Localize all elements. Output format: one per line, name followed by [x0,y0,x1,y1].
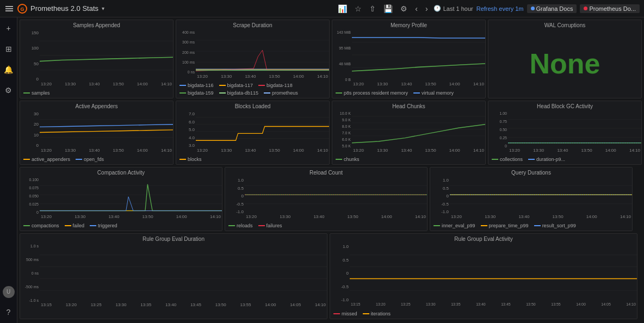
panel-title-reload: Reload Count [225,167,427,177]
share-icon-btn[interactable]: ⇧ [367,3,378,14]
prometheus-docs-label: Prometheus Do... [589,5,636,12]
panel-chart-compaction: 0.1000.0750.0500.0250 13:2013:3013:4013:… [20,177,222,222]
hamburger-icon[interactable] [4,5,14,13]
panel-title-samples: Samples Appended [20,20,173,29]
sidebar-item-bell[interactable]: 🔔 [2,63,15,76]
y-labels-blocks: 7.06.05.04.03.0 [176,110,196,156]
topnav: G Prometheus 2.0 Stats ▾ 📊 ☆ ⇧ 💾 ⚙ ‹ › 🕐… [0,0,644,17]
settings-icon-btn[interactable]: ⚙ [398,3,410,14]
panel-chart-rule-activity: 1.00.50-0.5-1.0 13:1513:2013:2513:3013:3… [330,243,637,310]
main-content: Samples Appended 150100500 13:2013:3013:… [17,17,644,323]
panel-title-gc: Head Block GC Activity [488,101,641,110]
legend-query: inner_eval_p99 prepare_time_p99 result_s… [430,222,632,231]
row-1: Samples Appended 150100500 13:2013:3013:… [20,20,642,98]
time-info: 🕐 Last 1 hour [434,5,473,12]
legend-item-samples: samples [23,90,50,96]
save-icon-btn[interactable]: 💾 [381,3,395,14]
panel-reload-count: Reload Count 1.00.50-0.5-1.0 13:2013:301… [225,167,428,231]
y-labels-gc: 1.000.750.500.250 [488,110,508,156]
sidebar-item-add[interactable]: + [2,22,15,35]
legend-compaction: compactions failed triggered [20,222,222,231]
svg-text:G: G [20,7,24,12]
help-icon[interactable]: ? [2,306,15,319]
legend-item-missed: missed [333,311,357,316]
legend-item-reloads: reloads [228,223,253,228]
prometheus-docs-link[interactable]: Prometheus Do... [580,4,640,13]
panel-chart-blocks: 7.06.05.04.03.0 13:2013:3013:4013:5014:0… [176,110,329,156]
graph-icon-btn[interactable]: 📊 [336,3,349,14]
legend-label-samples: samples [32,90,50,96]
legend-item-prepare-time: prepare_time_p99 [481,223,529,228]
panel-chart-rule-duration: 1.0 s500 ms0 ns-500 ms-1.0 s 13:1513:201… [20,243,327,310]
legend-chunks: chunks [332,156,485,164]
legend-reload: reloads failures [225,222,427,231]
chart-svg-rule-activity [330,243,637,310]
sidebar-item-grid[interactable]: ⊞ [2,42,15,55]
panel-samples-appended: Samples Appended 150100500 13:2013:3013:… [20,20,174,98]
y-labels-chunks: 10.0 K9.0 K8.0 K7.0 K6.0 K5.0 K [332,110,352,156]
y-labels-samples: 150100500 [20,29,40,89]
x-labels-reload: 13:2013:3013:4013:5014:0014:10 [245,214,427,222]
star-icon-btn[interactable]: ☆ [352,3,364,14]
panel-chart-active: 3020100 13:2013:3013:4013:5014:0014:10 [20,110,173,156]
legend-item-bigdata118: bigdata-118 [258,83,293,88]
panel-chart-chunks: 10.0 K9.0 K8.0 K7.0 K6.0 K5.0 K 13:2013:… [332,110,485,156]
row-2: Active Appenders 3020100 13:2013:3013:40… [20,101,642,165]
legend-item-triggered: triggered [90,223,117,228]
legend-item-failures: failures [258,223,282,228]
panel-title-head-chunks: Head Chunks [332,101,485,110]
sidebar-item-gear[interactable]: ⚙ [2,84,15,97]
legend-item-inner-eval: inner_eval_p99 [434,223,475,228]
panel-wal-corruptions: WAL Corruptions None [488,20,642,98]
clock-icon: 🕐 [434,5,441,12]
x-labels-compaction: 13:2013:3013:4013:5014:0014:10 [40,214,222,222]
legend-item-active-app: active_appenders [23,157,70,162]
user-avatar[interactable]: U [3,286,15,298]
legend-rule-activity: missed iterations [330,310,637,319]
grafana-docs-label: Grafana Docs [536,5,573,12]
legend-item-open-fds: open_fds [76,157,104,162]
panel-title-query: Query Durations [430,167,632,177]
grafana-docs-link[interactable]: Grafana Docs [527,4,577,13]
panel-title-scrape: Scrape Duration [176,20,329,29]
legend-rule-duration [20,310,327,319]
topnav-right: 📊 ☆ ⇧ 💾 ⚙ ‹ › 🕐 Last 1 hour Refresh ever… [336,3,640,14]
back-icon-btn[interactable]: ‹ [413,3,420,14]
y-labels-active: 3020100 [20,110,40,156]
y-labels-rule-duration: 1.0 s500 ms0 ns-500 ms-1.0 s [20,243,40,310]
panel-chart-query: 1.00.50-0.5-1.0 13:2013:3013:4013:5014:0… [430,177,632,222]
legend-item-compactions: compactions [23,223,59,228]
chart-svg-memory [332,29,485,89]
chevron-down-icon[interactable]: ▾ [102,5,104,11]
time-range-label: Last 1 hour [443,5,473,12]
panel-scrape-duration: Scrape Duration 400 ms300 ms200 ms100 ms… [176,20,330,98]
x-labels-samples: 13:2013:3013:4013:5014:0014:10 [40,82,173,89]
y-labels-memory: 143 MiB95 MiB48 MiB0 B [332,29,352,89]
chart-svg-samples [20,29,173,89]
grafana-dot [531,7,535,10]
legend-item-bigdatadb115: bigdata-db115 [219,90,259,96]
legend-samples: samples [20,89,173,98]
panel-chart-gc: 1.000.750.500.250 13:2013:3013:4013:5014… [488,110,641,156]
legend-item-chunks: chunks [336,157,360,162]
panel-query-durations: Query Durations 1.00.50-0.5-1.0 13:2013:… [430,167,633,231]
sidebar-bottom: U ? [2,286,15,319]
panel-memory-profile: Memory Profile 143 MiB95 MiB48 MiB0 B 13… [332,20,486,98]
panel-head-gc: Head Block GC Activity 1.000.750.500.250… [488,101,642,165]
chart-svg-rule-duration [20,243,327,310]
prometheus-dot [584,7,587,10]
panel-title-memory: Memory Profile [332,20,485,29]
forward-icon-btn[interactable]: › [423,3,430,14]
legend-item-collections: collections [492,157,523,162]
legend-item-virtual: virtual memory [413,90,454,96]
x-labels-active: 13:2013:3013:4013:5014:0014:10 [40,148,173,156]
panel-chart-memory: 143 MiB95 MiB48 MiB0 B 13:2013:3013:4013… [332,29,485,89]
panel-chart-reload: 1.00.50-0.5-1.0 13:2013:3013:4013:5014:0… [225,177,427,222]
panel-title-rule-activity: Rule Group Eval Activity [330,234,637,243]
wal-none-value: None [530,47,600,80]
panel-rule-eval-duration: Rule Group Eval Duration 1.0 s500 ms0 ns… [20,233,327,319]
panel-blocks-loaded: Blocks Loaded 7.06.05.04.03.0 13:2013:30… [176,101,330,165]
legend-blocks: blocks [176,156,329,164]
legend-item-result-sort: result_sort_p99 [534,223,576,228]
panel-title-wal: WAL Corruptions [488,20,641,29]
